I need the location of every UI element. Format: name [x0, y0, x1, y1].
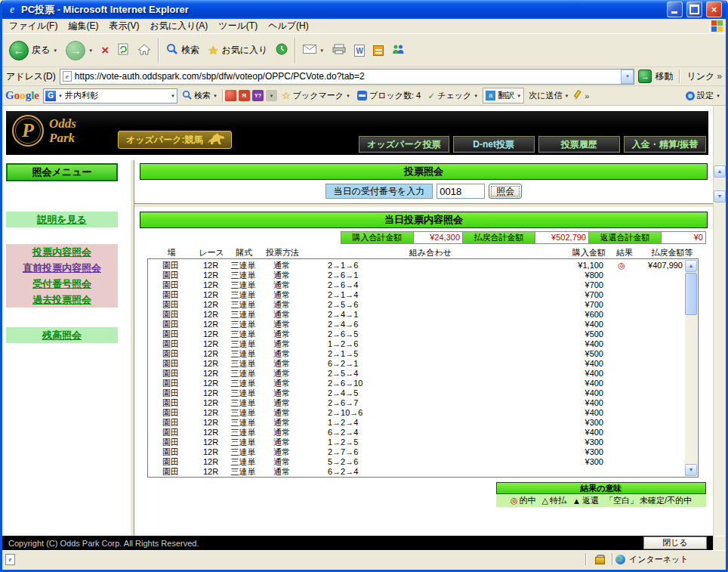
- menu-item[interactable]: ヘルプ(H): [263, 18, 314, 34]
- scroll-up-button[interactable]: ▲: [685, 260, 697, 272]
- discussion-button[interactable]: [369, 43, 387, 58]
- send-to-button[interactable]: 次に送信 ▼: [526, 88, 571, 103]
- google-overflow-chevron[interactable]: »: [585, 91, 589, 100]
- table-cell: 通常: [258, 329, 305, 339]
- summary-label: 返還合計金額: [588, 231, 662, 244]
- table-cell: [640, 271, 683, 280]
- favorites-button[interactable]: ★ お気に入り: [204, 41, 271, 60]
- plugin-icon-3[interactable]: Y?: [252, 90, 264, 101]
- oddspark-logo[interactable]: P Odds Park: [12, 115, 76, 147]
- refresh-button[interactable]: [113, 41, 133, 60]
- table-cell: 2→1→4: [305, 290, 501, 300]
- stop-icon: ×: [101, 45, 109, 57]
- home-button[interactable]: [134, 42, 155, 60]
- google-search-history-dropdown[interactable]: ▼: [171, 94, 175, 98]
- back-button[interactable]: ← 戻る ▼: [5, 39, 61, 63]
- receipt-number-input[interactable]: [436, 184, 485, 199]
- bookmarks-label: ブックマーク: [293, 90, 344, 101]
- send-to-dropdown[interactable]: ▼: [564, 94, 569, 98]
- mail-button[interactable]: ▼: [299, 42, 328, 58]
- table-cell: ¥700: [501, 280, 603, 290]
- banner-nav-button[interactable]: D-net投票: [453, 136, 535, 153]
- print-button[interactable]: [329, 42, 350, 59]
- menu-item[interactable]: 表示(V): [103, 18, 144, 34]
- edit-button[interactable]: W: [350, 42, 369, 59]
- go-button[interactable]: → 移動: [638, 70, 673, 83]
- summary-label: 購入合計金額: [341, 231, 414, 244]
- maximize-button[interactable]: [686, 2, 702, 17]
- frame-scroll-down-button[interactable]: ▼: [714, 190, 726, 203]
- back-history-dropdown[interactable]: ▼: [53, 48, 57, 53]
- scroll-down-button[interactable]: ▼: [685, 464, 697, 476]
- table-row: 園田12R三連単通常6→2→4¥400: [148, 428, 684, 438]
- google-bookmarks-button[interactable]: ☆ ブックマーク ▼: [279, 88, 353, 103]
- menu-item[interactable]: ファイル(F): [4, 18, 63, 34]
- table-cell: 園田: [148, 428, 193, 438]
- mail-dropdown[interactable]: ▼: [319, 48, 324, 53]
- table-cell: [640, 300, 683, 310]
- table-cell: 2→5→6: [305, 300, 501, 310]
- menu-item[interactable]: お気に入り(A): [144, 18, 213, 34]
- sidebar-item[interactable]: 投票内容照会: [6, 244, 118, 260]
- spellcheck-button[interactable]: ✓ チェック ▼: [425, 88, 480, 103]
- menu-bar-items: ファイル(F)編集(E)表示(V)お気に入り(A)ツール(T)ヘルプ(H): [4, 18, 314, 34]
- summary-row: 購入合計金額¥24,300払戻合計金額¥502,790返還合計金額¥0: [147, 231, 706, 244]
- forward-button[interactable]: → ▼: [62, 39, 97, 63]
- sidebar-item[interactable]: 過去投票照会: [6, 292, 118, 308]
- menu-item[interactable]: 編集(E): [63, 18, 103, 34]
- google-search-button[interactable]: 検索 ▼: [180, 88, 220, 103]
- settings-dropdown[interactable]: ▼: [716, 94, 720, 98]
- google-search-mode-dropdown[interactable]: ▼: [58, 94, 63, 98]
- forward-history-dropdown[interactable]: ▼: [88, 48, 93, 53]
- scroll-thumb[interactable]: [685, 273, 697, 315]
- sidebar-item[interactable]: 直前投票内容照会: [6, 260, 118, 276]
- table-cell: ¥400: [501, 369, 603, 379]
- menu-item[interactable]: ツール(T): [213, 18, 263, 34]
- sidebar-item[interactable]: 説明を見る: [6, 212, 118, 227]
- plugin-icon-2[interactable]: R: [239, 90, 250, 101]
- go-label: 移動: [655, 70, 673, 83]
- close-page-button[interactable]: 閉じる: [643, 536, 707, 549]
- table-row: 園田12R三連単通常6→2→1¥400: [148, 359, 684, 369]
- favorites-label: お気に入り: [221, 44, 267, 57]
- bookmarks-dropdown[interactable]: ▼: [346, 94, 350, 98]
- sidebar-item[interactable]: 受付番号照会: [6, 276, 118, 292]
- translate-button[interactable]: a 翻訳 ▼: [483, 88, 524, 104]
- table-scrollbar[interactable]: ▲ ▼: [685, 260, 697, 476]
- address-dropdown[interactable]: ▼: [621, 70, 634, 84]
- minimize-button[interactable]: [667, 2, 683, 17]
- inquiry-submit-button[interactable]: 照会: [489, 184, 522, 199]
- plugin-icon-1[interactable]: [225, 90, 236, 101]
- google-search-dropdown[interactable]: ▼: [213, 94, 217, 98]
- messenger-button[interactable]: [388, 42, 408, 59]
- table-cell: 12R: [193, 379, 228, 388]
- banner-nav-button[interactable]: 入金・精算/振替: [624, 136, 706, 153]
- plugin-icon-4[interactable]: ▼: [266, 90, 277, 101]
- search-button[interactable]: 検索: [162, 41, 203, 60]
- internet-zone-label: インターネット: [629, 554, 689, 565]
- banner-nav-button[interactable]: オッズパーク投票: [359, 136, 449, 153]
- title-bar[interactable]: e PC投票 - Microsoft Internet Explorer ×: [2, 0, 726, 19]
- table-cell: ¥300: [501, 457, 603, 467]
- close-window-button[interactable]: ×: [706, 2, 722, 17]
- banner-nav-button[interactable]: 投票履歴: [538, 136, 620, 153]
- history-button[interactable]: [272, 41, 292, 60]
- sidebar-item[interactable]: 残高照会: [6, 327, 118, 343]
- frame-scrollbar[interactable]: ▲ ▼: [713, 106, 726, 550]
- stop-button[interactable]: ×: [97, 42, 113, 59]
- spellcheck-dropdown[interactable]: ▼: [474, 94, 478, 98]
- table-cell: ¥300: [501, 438, 603, 447]
- address-label: アドレス(D): [6, 70, 56, 83]
- links-label[interactable]: リンク »: [686, 70, 722, 83]
- google-settings-button[interactable]: 設定 ▼: [683, 88, 723, 103]
- table-cell: ¥400: [501, 320, 603, 329]
- highlighter-icon[interactable]: [573, 90, 582, 102]
- table-cell: 園田: [148, 290, 193, 300]
- frame-scroll-up-button[interactable]: ▲: [714, 165, 726, 178]
- popup-blocker-button[interactable]: ブロック数: 4: [355, 88, 423, 103]
- table-cell: [640, 290, 683, 300]
- address-input[interactable]: e https://vote-auth.oddspark.com/sbp/dfw…: [60, 69, 635, 85]
- google-search-box[interactable]: G ▼ 井内利彰 ▼: [43, 88, 177, 104]
- summary-value: ¥502,790: [535, 231, 589, 244]
- translate-dropdown[interactable]: ▼: [517, 94, 521, 98]
